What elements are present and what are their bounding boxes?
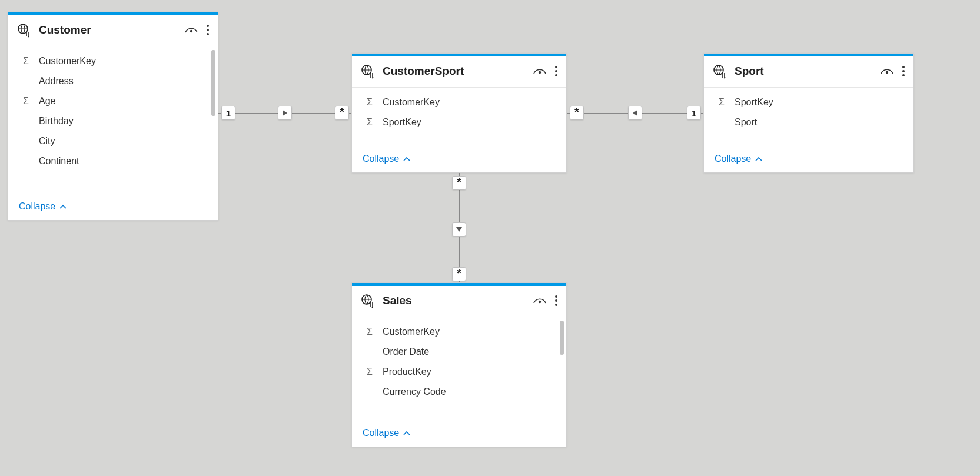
sigma-icon: Σ [19,96,33,106]
sigma-icon: Σ [363,97,377,108]
visibility-icon[interactable] [881,66,893,76]
table-title: Customer [39,24,185,36]
svg-point-8 [555,70,557,72]
svg-point-3 [207,29,209,31]
svg-point-7 [555,66,557,68]
field-label: CustomerKey [383,97,440,108]
card-header: CustomerSport [352,56,566,88]
visibility-icon[interactable] [185,25,198,35]
more-options-icon[interactable] [554,295,558,307]
svg-point-18 [555,299,557,302]
field-row[interactable]: Order Date [352,342,566,362]
table-title: CustomerSport [383,65,533,78]
field-row[interactable]: ΣCustomerKey [352,92,566,112]
more-options-icon[interactable] [554,65,558,77]
sigma-icon: Σ [19,56,33,66]
collapse-button[interactable]: Collapse [8,195,218,220]
collapse-label: Collapse [363,428,399,438]
more-options-icon[interactable] [206,24,210,36]
more-options-icon[interactable] [902,65,905,77]
card-header: Sport [704,56,913,88]
field-label: Order Date [383,347,429,357]
field-list: ΣCustomerKey Order Date ΣProductKey Curr… [352,317,566,421]
svg-point-9 [555,74,557,76]
field-row[interactable]: ΣCustomerKey [352,322,566,342]
cardinality-badge: 1 [687,106,701,120]
chevron-up-icon [403,156,411,162]
field-row[interactable]: ΣProductKey [352,362,566,382]
cardinality-label: 1 [692,108,696,118]
field-label: Address [39,76,74,86]
collapse-button[interactable]: Collapse [704,147,913,172]
field-label: CustomerKey [383,327,440,337]
field-row[interactable]: Birthday [8,111,218,131]
svg-point-6 [539,71,541,74]
sigma-icon: Σ [363,117,377,128]
table-card-customersport[interactable]: CustomerSport ΣCustomerKey ΣSportKey Col… [351,53,567,173]
cardinality-badge: 1 [221,106,235,120]
chevron-up-icon [59,204,67,209]
svg-point-1 [190,30,192,32]
field-label: City [39,136,55,147]
cardinality-badge: * [570,106,584,120]
field-label: Continent [39,156,79,167]
chevron-up-icon [403,430,411,436]
table-icon [712,64,727,79]
field-row[interactable]: Address [8,71,218,91]
svg-point-2 [207,25,209,27]
svg-point-19 [555,304,557,306]
field-list: ΣCustomerKey Address ΣAge Birthday City … [8,46,218,195]
svg-point-13 [902,70,905,72]
field-label: Birthday [39,116,74,127]
field-row[interactable]: ΣCustomerKey [8,51,218,71]
svg-point-4 [207,33,209,35]
svg-point-14 [902,74,905,76]
cardinality-label: 1 [226,108,231,118]
table-card-customer[interactable]: Customer ΣCustomerKey Address ΣAge Birth… [8,12,218,221]
svg-point-17 [555,295,557,298]
field-list: ΣSportKey Sport [704,88,913,147]
collapse-button[interactable]: Collapse [352,147,566,172]
cardinality-badge: * [335,106,349,120]
visibility-icon[interactable] [533,296,546,305]
field-row[interactable]: ΣSportKey [704,92,913,112]
card-header: Sales [352,286,566,317]
svg-point-16 [539,301,541,303]
filter-direction-icon [628,106,642,120]
field-label: Currency Code [383,387,446,397]
collapse-button[interactable]: Collapse [352,421,566,447]
field-label: Sport [735,117,757,128]
collapse-label: Collapse [715,154,751,164]
table-icon [360,64,376,79]
filter-direction-icon [278,106,292,120]
field-row[interactable]: City [8,131,218,151]
field-list: ΣCustomerKey ΣSportKey [352,88,566,147]
collapse-label: Collapse [363,154,399,164]
table-icon [16,22,32,38]
scrollbar-thumb[interactable] [211,50,215,116]
field-row[interactable]: Currency Code [352,382,566,402]
table-title: Sales [383,294,533,307]
scrollbar-thumb[interactable] [560,321,564,355]
field-row[interactable]: Sport [704,112,913,132]
field-label: SportKey [383,117,421,128]
visibility-icon[interactable] [533,66,546,76]
cardinality-label: * [340,105,344,119]
table-card-sport[interactable]: Sport ΣSportKey Sport Collapse [703,53,914,173]
field-label: SportKey [735,97,773,108]
field-row[interactable]: Continent [8,151,218,171]
table-title: Sport [735,65,881,78]
field-row[interactable]: ΣAge [8,91,218,111]
field-label: ProductKey [383,367,431,377]
field-row[interactable]: ΣSportKey [352,112,566,132]
field-label: Age [39,96,55,106]
chevron-up-icon [755,156,763,162]
cardinality-label: * [457,175,461,189]
cardinality-badge: * [452,176,466,190]
sigma-icon: Σ [715,97,729,108]
table-card-sales[interactable]: Sales ΣCustomerKey Order Date ΣProductKe… [351,282,567,447]
filter-direction-icon [452,222,466,237]
cardinality-label: * [457,267,461,280]
cardinality-label: * [574,105,579,119]
svg-point-11 [886,71,888,74]
